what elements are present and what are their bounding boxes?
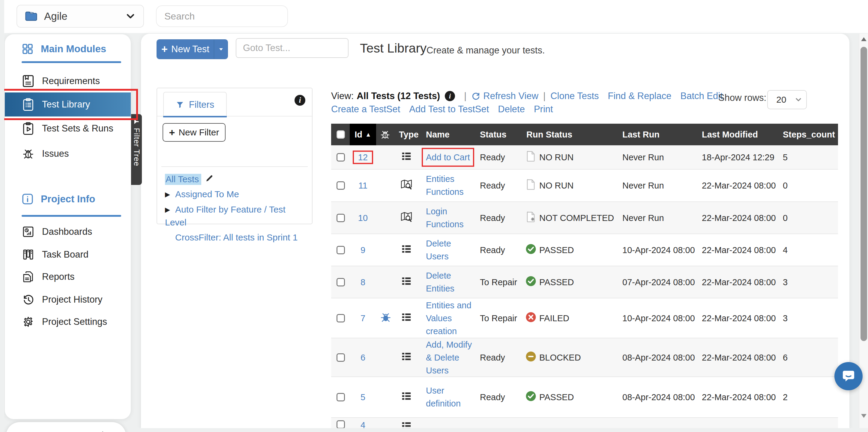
test-name-link[interactable]: Entities and Values creation [426, 300, 471, 336]
column-header-run-status[interactable]: Run Status [526, 124, 572, 145]
checkbox[interactable] [337, 181, 345, 190]
delete-link[interactable]: Delete [498, 104, 525, 115]
add-test-to-testset-link[interactable]: Add Test to TestSet [409, 104, 489, 115]
bug-solid-icon[interactable] [380, 311, 392, 323]
filters-divider [161, 166, 308, 167]
checkbox[interactable] [337, 278, 345, 286]
checkbox[interactable] [337, 214, 345, 222]
test-id-link[interactable]: 5 [361, 392, 365, 402]
row-checkbox[interactable] [337, 246, 345, 254]
column-header-status[interactable]: Status [480, 124, 506, 145]
row-checkbox[interactable] [337, 278, 345, 286]
checkbox[interactable] [337, 420, 345, 428]
column-header-bug[interactable] [380, 124, 390, 145]
filter-tree: All Tests▶Assigned To Me▶Auto Filter by … [165, 173, 306, 246]
checkbox[interactable] [337, 393, 345, 401]
filter-link[interactable]: CrossFilter: All tests in Sprint 1 [175, 232, 298, 242]
sidebar-item-test-library[interactable]: Test Library [5, 92, 131, 116]
test-name-link[interactable]: Delete Users [426, 239, 451, 261]
checkbox[interactable] [337, 314, 345, 322]
checkbox[interactable] [337, 246, 345, 254]
sidebar-item-task-board[interactable]: Task Board [5, 247, 131, 262]
new-filter-button[interactable]: +New Filter [162, 123, 225, 142]
new-test-button[interactable]: +New Test [157, 40, 214, 59]
filter-link[interactable]: All Tests [165, 174, 201, 185]
sidebar-item-project-history[interactable]: Project History [5, 292, 131, 308]
test-id-link[interactable]: 11 [359, 181, 367, 191]
find-replace-link[interactable]: Find & Replace [608, 91, 672, 102]
sidebar-item-dashboards[interactable]: Dashboards [5, 224, 131, 239]
test-name-link[interactable]: Add to Cart [422, 148, 474, 167]
test-id-link[interactable]: 10 [358, 213, 368, 223]
search-input[interactable] [164, 11, 290, 22]
row-checkbox[interactable] [337, 393, 345, 401]
refresh-view-link[interactable]: Refresh View [483, 91, 538, 102]
info-icon[interactable]: i [445, 91, 455, 101]
test-id-link[interactable]: 8 [361, 277, 365, 287]
sidebar-item-project-settings[interactable]: Project Settings [5, 314, 131, 329]
sidebar-close-button[interactable]: Close [6, 422, 126, 432]
project-selector[interactable]: Agile [17, 5, 144, 28]
caret-right-icon[interactable]: ▶ [165, 204, 175, 216]
filter-link[interactable]: Assigned To Me [175, 189, 239, 199]
column-header-id[interactable]: Id▲ [350, 124, 376, 145]
steps-count-value: 5 [783, 152, 787, 162]
sidebar-item-issues[interactable]: Issues [5, 146, 131, 162]
batch-edit-link[interactable]: Batch Edit [680, 91, 722, 102]
test-id-link[interactable]: 4 [361, 420, 365, 428]
column-header-steps-count[interactable]: Steps_count [783, 124, 835, 145]
filters-tab[interactable]: Filters [163, 92, 227, 117]
global-search[interactable] [156, 5, 288, 27]
info-icon[interactable]: i [294, 95, 305, 106]
sidebar-item-requirements[interactable]: Requirements [5, 73, 131, 89]
show-rows-select[interactable]: 20 [767, 90, 807, 109]
row-checkbox[interactable] [337, 353, 345, 362]
goto-test-field[interactable] [236, 38, 348, 58]
row-checkbox[interactable] [337, 420, 345, 428]
select-all-checkbox[interactable] [337, 130, 345, 139]
checkbox[interactable] [337, 353, 345, 362]
print-link[interactable]: Print [534, 104, 553, 115]
run-status-value: PASSED [539, 277, 574, 287]
scroll-up-arrow-icon[interactable] [861, 37, 867, 41]
caret-right-icon[interactable]: ▶ [165, 188, 175, 201]
test-name: Entities Functions [426, 173, 474, 198]
scroll-down-arrow-icon[interactable] [861, 414, 867, 418]
sidebar-item-test-sets-runs[interactable]: Test Sets & Runs [5, 121, 131, 136]
checkbox[interactable] [337, 153, 345, 162]
test-name-link[interactable]: User definition [426, 386, 461, 408]
test-name-link[interactable]: Login Functions [426, 206, 464, 229]
column-header-last-modified[interactable]: Last Modified [702, 124, 758, 145]
column-header-name[interactable]: Name [426, 124, 450, 145]
sidebar-item-reports[interactable]: Reports [5, 269, 131, 285]
row-checkbox[interactable] [337, 214, 345, 222]
row-checkbox[interactable] [337, 181, 345, 190]
test-id-link[interactable]: 6 [361, 352, 365, 362]
row-checkbox[interactable] [337, 153, 345, 162]
goto-test-input[interactable] [243, 39, 341, 57]
refresh-icon[interactable] [471, 92, 480, 100]
column-header-last-run[interactable]: Last Run [622, 124, 659, 145]
clone-tests-link[interactable]: Clone Tests [550, 91, 599, 102]
test-id-link[interactable]: 7 [361, 313, 365, 323]
filter-tree-tab[interactable]: Filter Tree [131, 114, 142, 185]
chat-widget-button[interactable] [834, 362, 863, 390]
new-test-dropdown-button[interactable] [214, 40, 228, 59]
test-name-link[interactable]: Add, Modify & Delete Users [426, 340, 472, 375]
map-search-icon [401, 179, 412, 190]
filter-link[interactable]: Auto Filter by Feature / Test Level [165, 204, 285, 227]
x-circle-icon [525, 312, 536, 324]
test-name-link[interactable]: Entities Functions [426, 174, 464, 197]
new-test-split-button[interactable]: +New Test [157, 39, 228, 59]
table-row: 11Entities FunctionsReadyNO RUNNever Run… [331, 170, 838, 202]
test-id-link[interactable]: 12 [353, 150, 373, 164]
view-label: View: [331, 91, 353, 102]
column-header-type[interactable]: Type [399, 124, 419, 145]
row-checkbox[interactable] [337, 314, 345, 322]
test-id-link[interactable]: 9 [361, 245, 365, 255]
checkbox[interactable] [337, 130, 345, 139]
pencil-icon[interactable] [205, 174, 214, 181]
create-testset-link[interactable]: Create a TestSet [331, 104, 400, 115]
scrollbar-thumb[interactable] [861, 47, 867, 341]
test-name-link[interactable]: Delete Entities [426, 271, 455, 293]
